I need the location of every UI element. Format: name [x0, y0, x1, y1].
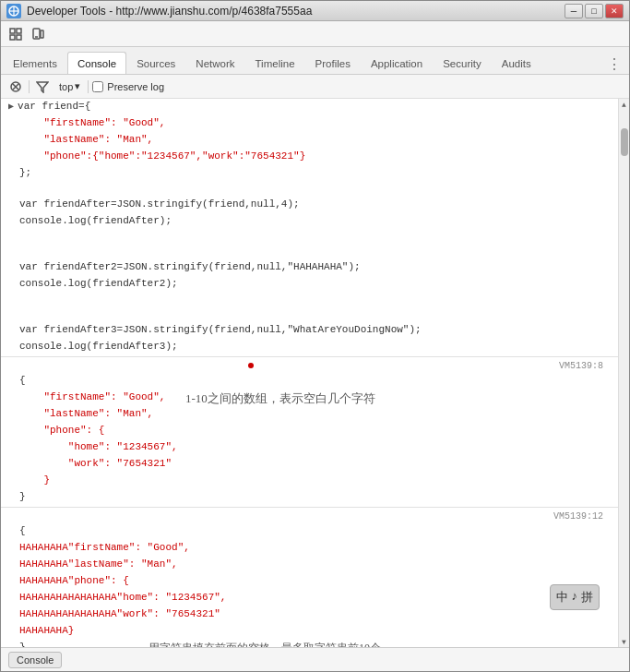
- window-title: Developer Tools - http://www.jianshu.com…: [27, 5, 565, 18]
- blank-line: [1, 182, 618, 197]
- tab-profiles[interactable]: Profiles: [305, 52, 361, 74]
- ime-indicator: 中 ♪ 拼: [550, 584, 600, 610]
- devtools-toolbar: [1, 21, 629, 47]
- code-content: "work": "7654321": [19, 457, 172, 471]
- context-selector[interactable]: top ▾: [55, 78, 84, 94]
- code-content: "home": "1234567",: [19, 440, 178, 454]
- device-mode-button[interactable]: [27, 24, 49, 44]
- block-separator: [1, 507, 618, 508]
- console-lines-container: ▶ var friend={ "firstName": "Good", "las…: [1, 99, 618, 647]
- console-line: HAHAHAHA}: [1, 623, 618, 640]
- maximize-button[interactable]: □: [585, 4, 603, 18]
- console-line: HAHAHAHAHAHAHAHA"work": "7654321": [1, 606, 618, 623]
- code-content: "phone":{"home":"1234567","work":"765432…: [19, 150, 305, 163]
- ime-char-2: ♪: [572, 589, 578, 606]
- code-content: HAHAHAHA"firstName": "Good",: [19, 541, 190, 555]
- annotation-text: 1-10之间的数组，表示空白几个字符: [185, 390, 375, 404]
- console-line: HAHAHAHAHAHAHAHA"home": "1234567",: [1, 590, 618, 606]
- code-content: HAHAHAHAHAHAHAHA"home": "1234567",: [19, 591, 226, 605]
- svg-rect-4: [17, 29, 21, 33]
- console-line: {: [1, 523, 618, 540]
- block-separator: [1, 356, 618, 357]
- console-tab[interactable]: Console: [8, 652, 62, 668]
- console-line: HAHAHAHA"lastName": "Man",: [1, 557, 618, 573]
- code-content: console.log(friendAfter2);: [19, 277, 178, 291]
- filter-icon-button[interactable]: [33, 78, 52, 96]
- console-line: }: [1, 473, 618, 489]
- code-content: }: [19, 474, 50, 487]
- blank-line: [1, 230, 618, 245]
- app-icon: [6, 4, 21, 18]
- ime-char-3: 拼: [581, 589, 593, 606]
- code-content: console.log(friendAfter3);: [19, 340, 178, 354]
- console-line: var friendAfter=JSON.stringify(friend,nu…: [1, 197, 618, 213]
- console-line: "phone":{"home":"1234567","work":"765432…: [1, 149, 618, 165]
- console-line: "home": "1234567",: [1, 439, 618, 456]
- code-content: HAHAHAHA"phone": {: [19, 574, 129, 588]
- svg-rect-5: [10, 35, 15, 40]
- devtools-window: Developer Tools - http://www.jianshu.com…: [0, 0, 630, 672]
- console-line: } 用字符串填充前面的空格，最多取字符串前10个: [1, 640, 618, 647]
- minimize-button[interactable]: ─: [565, 4, 583, 18]
- devtools-tabs: Elements Console Sources Network Timelin…: [1, 47, 629, 75]
- tab-elements[interactable]: Elements: [3, 52, 67, 74]
- close-button[interactable]: ✕: [605, 4, 624, 18]
- toolbar-separator-2: [88, 80, 89, 93]
- code-content: var friendAfter3=JSON.stringify(friend,n…: [19, 323, 422, 337]
- console-line: var friendAfter3=JSON.stringify(friend,n…: [1, 322, 618, 339]
- code-content: HAHAHAHAHAHAHAHA"work": "7654321": [19, 607, 220, 621]
- code-content: "lastName": "Man",: [19, 407, 153, 421]
- scrollbar-thumb[interactable]: [621, 128, 628, 156]
- code-content: HAHAHAHA"lastName": "Man",: [19, 558, 178, 571]
- code-content: "phone": {: [19, 424, 104, 438]
- tab-network[interactable]: Network: [185, 52, 244, 74]
- tab-sources[interactable]: Sources: [126, 52, 185, 74]
- tab-console[interactable]: Console: [67, 52, 126, 74]
- ime-char-1: 中: [556, 589, 568, 606]
- preserve-log-checkbox[interactable]: [92, 81, 103, 92]
- console-output-area: ▶ var friend={ "firstName": "Good", "las…: [1, 99, 629, 647]
- console-line: console.log(friendAfter2);: [1, 276, 618, 293]
- expand-arrow[interactable]: ▶: [8, 100, 14, 114]
- console-line: {: [1, 373, 618, 390]
- console-line: HAHAHAHA"phone": {: [1, 573, 618, 590]
- code-content: var friendAfter=JSON.stringify(friend,nu…: [19, 198, 300, 211]
- tab-timeline[interactable]: Timeline: [245, 52, 305, 74]
- console-line: console.log(friendAfter3);: [1, 339, 618, 355]
- console-line: "firstName": "Good",: [1, 115, 618, 132]
- annotation-text-2: 用字符串填充前面的空格，最多取字符串前10个: [149, 641, 381, 647]
- scroll-up-button[interactable]: ▲: [619, 99, 630, 110]
- code-content: var friendAfter2=JSON.stringify(friend,n…: [19, 260, 361, 274]
- context-dropdown-icon: ▾: [75, 80, 80, 92]
- error-dot: [248, 363, 254, 368]
- scrollbar-track: ▲ ▼: [618, 99, 629, 647]
- console-line: };: [1, 165, 618, 182]
- code-content: {: [19, 374, 26, 388]
- scroll-down-button[interactable]: ▼: [619, 636, 630, 647]
- console-line: }: [1, 489, 618, 506]
- preserve-log-text: Preserve log: [107, 81, 164, 92]
- code-content: }: [19, 490, 26, 504]
- window-controls: ─ □ ✕: [565, 4, 624, 18]
- console-line: VM5139:8: [1, 358, 618, 373]
- code-content: }: [19, 641, 26, 647]
- inspect-button[interactable]: [5, 24, 27, 44]
- console-line: ▶ var friend={: [1, 99, 618, 115]
- code-content: var friend={: [18, 100, 90, 114]
- tabs-more-button[interactable]: ⋮: [601, 55, 627, 74]
- svg-marker-13: [37, 82, 48, 92]
- console-line: console.log(friendAfter);: [1, 213, 618, 230]
- console-line: "lastName": "Man",: [1, 406, 618, 423]
- tab-application[interactable]: Application: [361, 52, 433, 74]
- blank-line: [1, 307, 618, 322]
- code-content: "lastName": "Man",: [19, 133, 153, 147]
- console-filter-toolbar: top ▾ Preserve log: [1, 75, 629, 99]
- blank-line: [1, 245, 618, 259]
- code-content: HAHAHAHA}: [19, 624, 74, 638]
- tab-security[interactable]: Security: [433, 52, 492, 74]
- console-line: VM5139:12: [1, 509, 618, 523]
- title-bar: Developer Tools - http://www.jianshu.com…: [1, 1, 629, 21]
- tab-audits[interactable]: Audits: [492, 52, 541, 74]
- clear-console-button[interactable]: [6, 78, 25, 96]
- code-content: {: [19, 524, 26, 538]
